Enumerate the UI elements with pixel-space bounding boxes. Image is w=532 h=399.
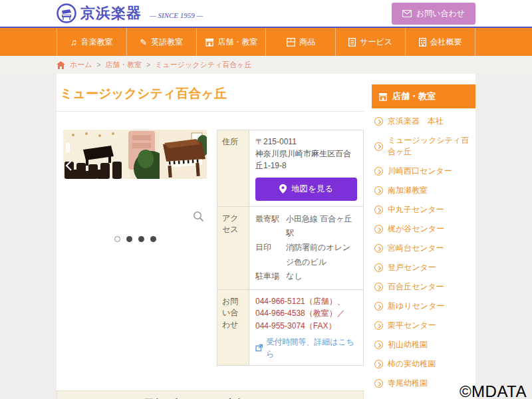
contact-button[interactable]: お問い合わせ xyxy=(392,3,475,25)
hours-link-label: 受付時間等、詳細はこちら xyxy=(266,336,357,360)
access-key: 駐車場 xyxy=(255,269,286,284)
phone-numbers: 044-966-5121（店舗）、044-966-4538（教室）／044-95… xyxy=(255,295,357,332)
sidebar-item-kurihira[interactable]: 栗平センター xyxy=(372,316,475,335)
circle-arrow-icon xyxy=(374,244,383,253)
nav-label: 英語教室 xyxy=(151,37,183,48)
access-entry: 目印 消防署前のオレンジ色のビル xyxy=(255,241,357,269)
access-value: 小田急線 百合ヶ丘駅 xyxy=(286,212,357,241)
sidebar-title: 店舗・教室 xyxy=(392,90,436,102)
sidebar-item-noborito[interactable]: 登戸センター xyxy=(372,258,475,277)
page-title: ミュージックシティ百合ヶ丘 xyxy=(57,74,364,112)
carousel-dot[interactable] xyxy=(138,236,144,242)
circle-arrow-icon xyxy=(374,167,383,176)
breadcrumb-home[interactable]: ホーム xyxy=(70,60,92,70)
external-link-icon xyxy=(255,344,263,352)
sidebar-item-label: 百合丘センター xyxy=(388,281,444,293)
circle-arrow-icon xyxy=(374,205,383,214)
map-pin-icon xyxy=(279,184,287,194)
sidebar-item-shinyuri[interactable]: 新ゆりセンター xyxy=(372,297,475,316)
circle-arrow-icon xyxy=(374,117,383,126)
carousel-dot[interactable] xyxy=(150,236,156,242)
sidebar-item-miyazakidai[interactable]: 宮崎台センター xyxy=(372,239,475,258)
circle-arrow-icon xyxy=(374,379,383,388)
circle-arrow-icon xyxy=(374,360,383,368)
access-value: なし xyxy=(286,269,303,284)
package-icon xyxy=(287,38,295,47)
store-icon xyxy=(205,38,214,47)
access-key: 最寄駅 xyxy=(255,212,286,241)
site-logo[interactable]: 京浜楽器 — SINCE 1959 — xyxy=(57,3,203,23)
address-label: 住所 xyxy=(217,130,249,206)
carousel-dots xyxy=(63,236,207,242)
content-area: ミュージックシティ百合ヶ丘 xyxy=(57,74,475,399)
carousel-dot[interactable] xyxy=(114,236,120,242)
nav-item-english-school[interactable]: ✎ 英語教室 xyxy=(126,28,196,56)
sidebar-item-label: 寺尾幼稚園 xyxy=(388,378,428,389)
sidebar-item-label: ミュージックシティ百合ヶ丘 xyxy=(388,135,474,158)
sidebar-item-label: 登戸センター xyxy=(388,262,436,273)
access-entry: 駐車場 なし xyxy=(255,269,357,284)
breadcrumb: ホーム > 店舗・教室 > ミュージックシティ百合ヶ丘 xyxy=(57,56,475,74)
address-row: 住所 〒215-0011 神奈川県川崎市麻生区百合丘1-19-8 地図を見る xyxy=(217,130,363,207)
breadcrumb-bar: ホーム > 店舗・教室 > ミュージックシティ百合ヶ丘 xyxy=(0,56,532,74)
nav-label: サービス xyxy=(360,37,392,48)
circle-arrow-icon xyxy=(374,340,383,349)
store-icon xyxy=(378,92,388,101)
access-label: アクセス xyxy=(217,207,249,289)
nav-label: 音楽教室 xyxy=(81,37,113,48)
nav-item-music-school[interactable]: ♫ 音楽教室 xyxy=(57,28,126,56)
store-info-table: 住所 〒215-0011 神奈川県川崎市麻生区百合丘1-19-8 地図を見る xyxy=(217,130,364,366)
sidebar-item-label: 新ゆりセンター xyxy=(388,301,444,312)
breadcrumb-separator: > xyxy=(146,61,150,68)
sidebar-item-nakamaruko[interactable]: 中丸子センター xyxy=(372,200,475,219)
sidebar-item-minamikase[interactable]: 南加瀬教室 xyxy=(372,181,475,200)
piano-logo-icon xyxy=(57,3,76,23)
sidebar-item-kajigaya[interactable]: 梶が谷センター xyxy=(372,219,475,239)
nav-label: 店舗・教室 xyxy=(218,37,258,48)
sidebar-item-label: 京浜楽器 本社 xyxy=(388,116,444,127)
circle-arrow-icon xyxy=(374,142,383,151)
carousel-prev-icon[interactable] xyxy=(65,160,72,174)
sidebar-item-musiccity-yurigaoka[interactable]: ミュージックシティ百合ヶ丘 xyxy=(372,131,475,162)
page: 京浜楽器 — SINCE 1959 — お問い合わせ ♫ 音楽教室 ✎ xyxy=(0,0,532,399)
sidebar-item-label: 梶が谷センター xyxy=(388,223,444,235)
sidebar-item-label: 中丸子センター xyxy=(388,204,444,215)
address-text: 神奈川県川崎市麻生区百合丘1-19-8 xyxy=(255,148,357,172)
breadcrumb-separator: > xyxy=(97,61,101,68)
logo-tagline: — SINCE 1959 — xyxy=(150,11,203,19)
logo-text: 京浜楽器 xyxy=(80,3,142,23)
access-value: 消防署前のオレンジ色のビル xyxy=(286,241,357,269)
sidebar-item-honsha[interactable]: 京浜楽器 本社 xyxy=(372,112,475,131)
mdata-watermark: ©MDATA xyxy=(460,382,527,399)
sidebar-item-label: 川崎西口センター xyxy=(388,166,452,177)
sidebar-item-kawasaki-nishiguchi[interactable]: 川崎西口センター xyxy=(372,162,475,181)
nav-label: 商品 xyxy=(299,37,315,48)
sidebar-item-label: 栗平センター xyxy=(388,320,436,331)
envelope-icon xyxy=(402,10,412,17)
magnifier-icon[interactable] xyxy=(193,211,204,225)
map-button-label: 地図を見る xyxy=(291,183,333,196)
nav-item-stores[interactable]: 店舗・教室 xyxy=(196,28,266,56)
circle-arrow-icon xyxy=(374,321,383,330)
store-photo-carousel xyxy=(57,130,207,366)
store-photo[interactable] xyxy=(63,130,207,179)
sidebar-header: 店舗・教室 xyxy=(372,84,475,108)
site-header: 京浜楽器 — SINCE 1959 — お問い合わせ xyxy=(0,0,532,28)
map-button[interactable]: 地図を見る xyxy=(255,178,357,201)
hours-detail-link[interactable]: 受付時間等、詳細はこちら xyxy=(255,336,357,360)
breadcrumb-stores[interactable]: 店舗・教室 xyxy=(105,60,142,70)
nav-item-services[interactable]: サービス xyxy=(335,28,405,56)
circle-arrow-icon xyxy=(374,302,383,311)
sidebar-item-hatsuyama[interactable]: 初山幼稚園 xyxy=(372,335,475,354)
nav-label: 会社概要 xyxy=(430,37,462,48)
access-key: 目印 xyxy=(255,241,286,269)
sidebar: 店舗・教室 京浜楽器 本社 ミュージックシティ百合ヶ丘 川崎西口センター 南加瀬… xyxy=(372,74,475,399)
nav-item-products[interactable]: 商品 xyxy=(265,28,335,56)
floor-section-header: ミュージックシティ百合ヶ丘 フロアのご案内 xyxy=(57,390,364,399)
sidebar-item-yurigaoka-center[interactable]: 百合丘センター xyxy=(372,277,475,297)
carousel-dot[interactable] xyxy=(126,236,132,242)
nav-item-company[interactable]: 会社概要 xyxy=(405,28,475,56)
pencil-icon: ✎ xyxy=(140,38,147,47)
circle-arrow-icon xyxy=(374,186,383,195)
sidebar-item-kakinomi[interactable]: 柿の実幼稚園 xyxy=(372,354,475,374)
